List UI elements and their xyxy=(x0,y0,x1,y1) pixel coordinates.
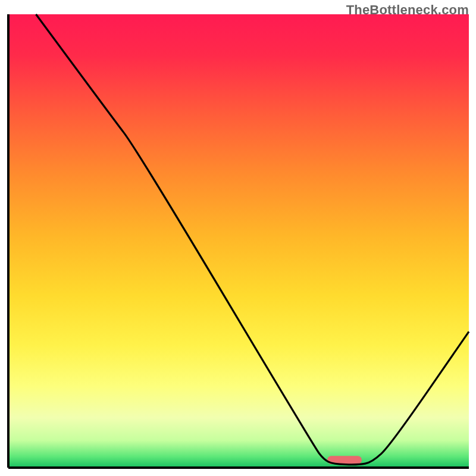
bottleneck-chart xyxy=(0,0,476,476)
watermark-text: TheBottleneck.com xyxy=(346,2,469,18)
chart-container: TheBottleneck.com xyxy=(0,0,476,476)
plot-background xyxy=(8,14,469,468)
